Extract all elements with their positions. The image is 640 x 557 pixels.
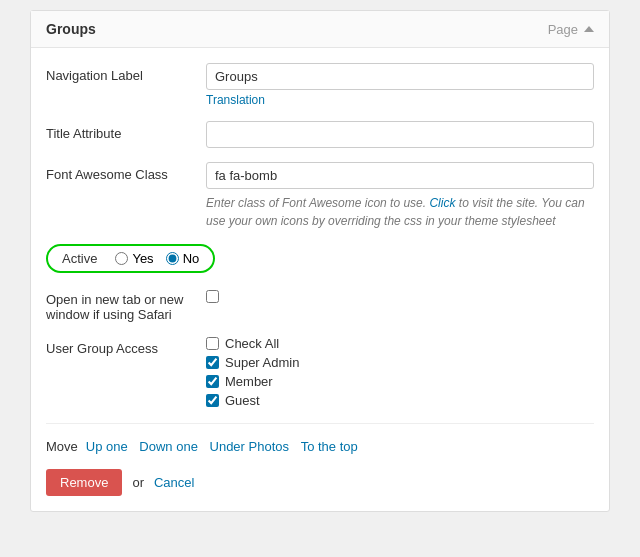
check-all-label[interactable]: Check All (225, 336, 279, 351)
navigation-label-row: Navigation Label Translation (46, 63, 594, 107)
panel-header: Groups Page (31, 11, 609, 48)
move-label: Move (46, 439, 78, 454)
font-awesome-wrap: Enter class of Font Awesome icon to use.… (206, 162, 594, 230)
user-group-wrap: Check All Super Admin Member Guest (206, 336, 594, 408)
super-admin-label[interactable]: Super Admin (225, 355, 299, 370)
active-yes-label: Yes (132, 251, 153, 266)
move-under-photos-link[interactable]: Under Photos (210, 439, 290, 454)
open-new-tab-line2: window if using Safari (46, 307, 206, 322)
panel-page: Page (548, 22, 594, 37)
font-awesome-input[interactable] (206, 162, 594, 189)
active-no-label: No (183, 251, 200, 266)
panel-title: Groups (46, 21, 96, 37)
font-awesome-help: Enter class of Font Awesome icon to use.… (206, 194, 594, 230)
panel-body: Navigation Label Translation Title Attri… (31, 48, 609, 511)
list-item: Super Admin (206, 355, 594, 370)
user-group-row: User Group Access Check All Super Admin … (46, 336, 594, 408)
move-row: Move Up one Down one Under Photos To the… (46, 439, 594, 454)
translation-link[interactable]: Translation (206, 93, 594, 107)
or-text: or (132, 475, 144, 490)
page-label: Page (548, 22, 578, 37)
active-yes-radio[interactable] (115, 252, 128, 265)
super-admin-checkbox[interactable] (206, 356, 219, 369)
arrow-up-icon[interactable] (584, 26, 594, 32)
open-new-tab-checkbox[interactable] (206, 290, 219, 303)
title-attribute-label: Title Attribute (46, 121, 206, 141)
active-radio-group: Yes No (115, 251, 199, 266)
user-group-checkboxes: Check All Super Admin Member Guest (206, 336, 594, 408)
title-attribute-row: Title Attribute (46, 121, 594, 148)
actions-row: Remove or Cancel (46, 469, 594, 496)
check-all-checkbox[interactable] (206, 337, 219, 350)
open-new-tab-line1: Open in new tab or new (46, 292, 206, 307)
navigation-label-input[interactable] (206, 63, 594, 90)
font-awesome-row: Font Awesome Class Enter class of Font A… (46, 162, 594, 230)
navigation-label-label: Navigation Label (46, 63, 206, 83)
active-yes-option[interactable]: Yes (115, 251, 153, 266)
font-awesome-label: Font Awesome Class (46, 162, 206, 182)
active-label: Active (62, 251, 97, 266)
remove-button[interactable]: Remove (46, 469, 122, 496)
active-no-radio[interactable] (166, 252, 179, 265)
help-click-link[interactable]: Click (429, 196, 455, 210)
cancel-link[interactable]: Cancel (154, 475, 194, 490)
user-group-label: User Group Access (46, 336, 206, 356)
title-attribute-wrap (206, 121, 594, 148)
guest-checkbox[interactable] (206, 394, 219, 407)
active-no-option[interactable]: No (166, 251, 200, 266)
member-checkbox[interactable] (206, 375, 219, 388)
title-attribute-input[interactable] (206, 121, 594, 148)
open-new-tab-control (206, 287, 594, 306)
move-up-one-link[interactable]: Up one (86, 439, 128, 454)
list-item: Guest (206, 393, 594, 408)
navigation-label-wrap: Translation (206, 63, 594, 107)
groups-panel: Groups Page Navigation Label Translation… (30, 10, 610, 512)
open-new-tab-label: Open in new tab or new window if using S… (46, 287, 206, 322)
guest-label[interactable]: Guest (225, 393, 260, 408)
member-label[interactable]: Member (225, 374, 273, 389)
divider (46, 423, 594, 424)
open-new-tab-row: Open in new tab or new window if using S… (46, 287, 594, 322)
help-text-prefix: Enter class of Font Awesome icon to use. (206, 196, 426, 210)
list-item: Check All (206, 336, 594, 351)
list-item: Member (206, 374, 594, 389)
move-down-one-link[interactable]: Down one (139, 439, 198, 454)
move-to-top-link[interactable]: To the top (301, 439, 358, 454)
active-row: Active Yes No (46, 244, 594, 273)
